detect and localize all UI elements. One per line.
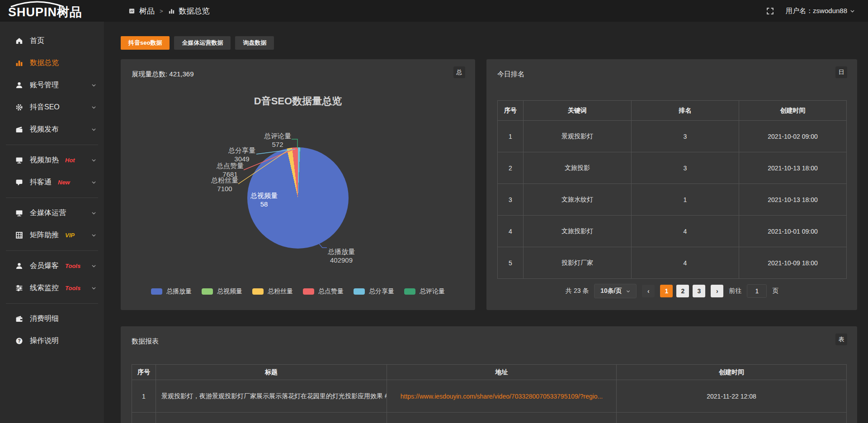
- legend-item[interactable]: 总粉丝量: [252, 287, 293, 296]
- app-logo[interactable]: SHUPIN树品: [8, 2, 104, 21]
- svg-text:?: ?: [18, 338, 20, 343]
- chat-icon: [15, 179, 23, 186]
- sidebar-item-label: 会员爆客: [30, 261, 59, 271]
- column-header: 排名: [632, 101, 739, 121]
- legend-item[interactable]: 总评论量: [404, 287, 445, 296]
- prev-page-button[interactable]: ‹: [642, 285, 655, 297]
- sidebar-nav: 首页 数据总览 账号管理 抖音SEO: [0, 30, 104, 352]
- sidebar-item-matrix-boost[interactable]: 矩阵助推 VIP: [0, 224, 104, 246]
- sidebar-item-video-heat[interactable]: 视频加热 Hot: [0, 149, 104, 171]
- legend-swatch: [151, 288, 162, 295]
- legend-item[interactable]: 总播放量: [151, 287, 192, 296]
- question-icon: ?: [15, 337, 23, 345]
- chart-icon: [15, 59, 23, 67]
- sidebar-item-video-publish[interactable]: 视频发布: [0, 118, 104, 141]
- column-header: 标题: [156, 365, 387, 380]
- table-row: 1景观投影灯32021-10-02 09:00: [498, 121, 847, 152]
- sidebar-item-spend-detail[interactable]: 消费明细: [0, 308, 104, 330]
- ranking-day-chip[interactable]: 日: [835, 66, 847, 78]
- report-table-chip[interactable]: 表: [835, 334, 847, 345]
- page-buttons: 123: [660, 285, 705, 297]
- user-icon: [15, 262, 23, 270]
- chart-title: D音SEO数据量总览: [121, 94, 475, 108]
- wallet-icon: [15, 315, 23, 323]
- legend-swatch: [354, 288, 365, 295]
- pie-label-videos: 总视频量 58: [239, 191, 289, 208]
- chevron-down-icon: [849, 8, 855, 14]
- sidebar-item-badge: Hot: [65, 157, 75, 164]
- report-card-title: 数据报表: [132, 337, 159, 346]
- overview-total-chip[interactable]: 总: [453, 66, 465, 78]
- username-label: 用户名：zswodun88: [786, 7, 847, 15]
- legend-item[interactable]: 总点赞量: [303, 287, 344, 296]
- sidebar-item-all-media[interactable]: 全媒体运营: [0, 202, 104, 224]
- sidebar-item-label: 抖音SEO: [30, 103, 60, 112]
- sidebar-item-badge: VIP: [65, 232, 75, 239]
- video-link[interactable]: https://www.iesdouyin.com/share/video/70…: [401, 393, 603, 400]
- goto-page-input[interactable]: [747, 284, 767, 298]
- breadcrumb-item-home[interactable]: 树品: [139, 6, 155, 16]
- page-number-button[interactable]: 1: [660, 285, 673, 297]
- ranking-table: 序号关键词排名创建时间 1景观投影灯32021-10-02 09:002文旅投影…: [497, 100, 847, 279]
- table-row: [132, 413, 847, 423]
- chevron-down-icon: [91, 263, 97, 269]
- data-tabs: 抖音seo数据全媒体运营数据询盘数据: [121, 36, 274, 50]
- tab-inquiry-data[interactable]: 询盘数据: [235, 36, 274, 50]
- pagination-total: 共 23 条: [566, 287, 589, 295]
- topbar-right: 用户名：zswodun88: [766, 0, 855, 22]
- sidebar-divider: [6, 303, 98, 304]
- sidebar-item-douketong[interactable]: 抖客通 New: [0, 171, 104, 193]
- page-number-button[interactable]: 2: [676, 285, 689, 297]
- next-page-button[interactable]: ›: [711, 285, 723, 297]
- sidebar-item-home[interactable]: 首页: [0, 30, 104, 52]
- table-row: 2文旅投影32021-10-13 18:00: [498, 152, 847, 184]
- page-number-button[interactable]: 3: [693, 285, 705, 297]
- tab-douyin-seo-data[interactable]: 抖音seo数据: [121, 36, 170, 50]
- sidebar-item-label: 全媒体运营: [30, 208, 66, 218]
- pie-label-shares: 总分享量 3049: [223, 146, 261, 163]
- chevron-down-icon: [91, 127, 97, 132]
- legend-item[interactable]: 总视频量: [202, 287, 242, 296]
- column-header: 创建时间: [739, 101, 847, 121]
- report-table: 序号标题地址创建时间 1景观投影灯，夜游景观投影灯厂家展示展示落花灯在花园里的灯…: [132, 364, 847, 423]
- sidebar-divider: [6, 145, 98, 145]
- legend-swatch: [404, 288, 415, 295]
- logo-arc-icon: [9, 1, 66, 7]
- pie-label-plays: 总播放量 402909: [322, 247, 360, 264]
- sidebar-item-account[interactable]: 账号管理: [0, 74, 104, 96]
- legend-label: 总评论量: [420, 287, 445, 296]
- sidebar-item-lead-monitor[interactable]: 线索监控 Tools: [0, 277, 104, 299]
- sidebar-item-label: 视频加热: [30, 155, 59, 165]
- chevron-down-icon: [91, 232, 97, 238]
- breadcrumb-item-current: 数据总览: [179, 6, 210, 16]
- chevron-down-icon: [626, 289, 631, 294]
- tab-all-media-data[interactable]: 全媒体运营数据: [174, 36, 231, 50]
- overview-card-title: 展现量总数: 421,369: [132, 70, 194, 79]
- sidebar-item-douyin-seo[interactable]: 抖音SEO: [0, 96, 104, 118]
- chart-legend: 总播放量 总视频量 总粉丝量 总点赞量: [121, 287, 475, 296]
- legend-label: 总点赞量: [318, 287, 344, 296]
- user-menu[interactable]: 用户名：zswodun88: [786, 7, 855, 15]
- fullscreen-icon[interactable]: [766, 7, 774, 15]
- ranking-card: 今日排名 日 序号关键词排名创建时间 1景观投影灯32021-10-02 09:…: [486, 59, 857, 310]
- sidebar-item-data-overview[interactable]: 数据总览: [0, 52, 104, 74]
- sidebar-item-help[interactable]: ? 操作说明: [0, 330, 104, 352]
- sidebar-item-label: 操作说明: [30, 336, 59, 346]
- sidebar-item-member-burst[interactable]: 会员爆客 Tools: [0, 255, 104, 277]
- sidebar-item-label: 抖客通: [30, 178, 52, 187]
- legend-swatch: [303, 288, 314, 295]
- table-row: 4文旅投影灯42021-10-01 09:00: [498, 216, 847, 247]
- page-size-select[interactable]: 10条/页: [594, 284, 637, 298]
- pie-label-comments: 总评论量 572: [259, 132, 297, 149]
- sidebar-item-badge: Tools: [65, 285, 80, 291]
- table-row: 3文旅水纹灯12021-10-13 18:00: [498, 184, 847, 216]
- main-content: 抖音seo数据全媒体运营数据询盘数据 展现量总数: 421,369 总 D音SE…: [104, 22, 868, 423]
- column-header: 关键词: [524, 101, 632, 121]
- legend-item[interactable]: 总分享量: [354, 287, 394, 296]
- sidebar: 首页 数据总览 账号管理 抖音SEO: [0, 22, 104, 423]
- sidebar-item-label: 线索监控: [30, 283, 59, 293]
- monitor-icon: [15, 209, 23, 217]
- chevron-down-icon: [91, 210, 97, 216]
- home-icon: [15, 37, 23, 45]
- report-card: 数据报表 表 序号标题地址创建时间 1景观投影灯，夜游景观投影灯厂家展示展示落花…: [121, 326, 857, 423]
